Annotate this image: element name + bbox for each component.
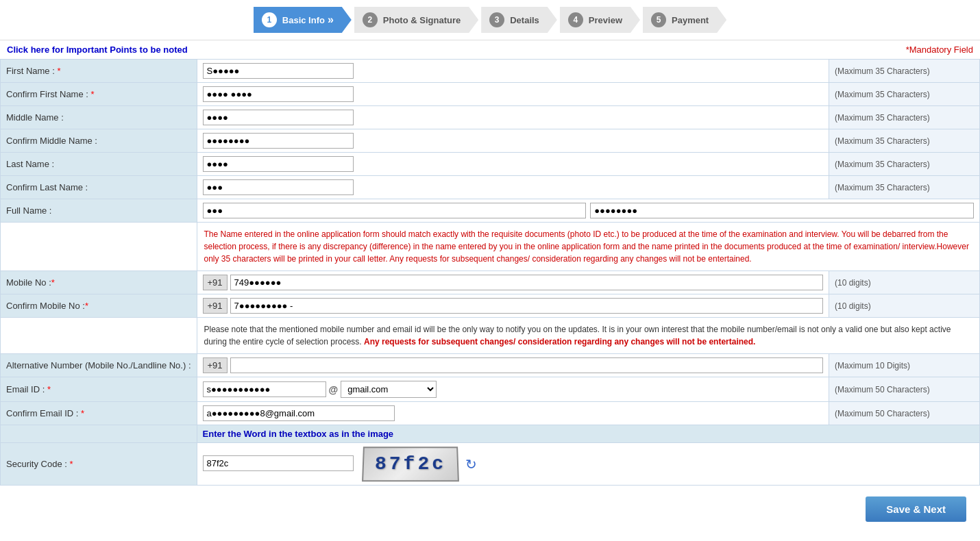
mobile-no-label: Mobile No :* [1,271,197,294]
last-name-row: Last Name : (Maximum 35 Characters) [1,153,980,176]
confirm-email-id-row: Confirm Email ID : * (Maximum 50 Charact… [1,402,980,425]
first-name-required: * [57,66,60,76]
footer-bar: Save & Next [0,486,980,533]
name-notice-label-cell [1,223,197,271]
alt-number-label: Alternative Number (Mobile No./Landline … [1,354,197,377]
last-name-input[interactable] [203,156,354,172]
alt-number-input[interactable] [230,357,823,373]
last-name-label: Last Name : [1,153,197,176]
email-id-input-cell: @ gmail.com yahoo.com hotmail.com outloo… [197,377,829,402]
confirm-mobile-no-row: Confirm Mobile No :* +91 (10 digits) [1,294,980,318]
step-arrow-1: » [328,14,334,26]
email-id-label: Email ID : * [1,377,197,402]
confirm-mobile-no-input[interactable] [230,298,823,314]
first-name-label: First Name : * [1,60,197,83]
step-label-1: Basic Info [282,15,325,25]
confirm-last-name-input[interactable] [203,179,354,195]
confirm-email-id-label: Confirm Email ID : * [1,402,197,425]
middle-name-row: Middle Name : (Maximum 35 Characters) [1,106,980,129]
step-label-2: Photo & Signature [383,15,461,25]
step-num-1: 1 [262,12,277,27]
confirm-email-id-input[interactable] [203,405,395,421]
important-points-link[interactable]: Click here for Important Points to be no… [7,45,188,55]
confirm-first-name-input[interactable] [203,86,354,102]
confirm-last-name-input-cell [197,176,829,199]
mandatory-label: *Mandatory Field [906,45,973,55]
full-name-part2-input[interactable] [590,203,974,218]
name-notice-row: The Name entered in the online applicati… [1,223,980,271]
confirm-last-name-hint: (Maximum 35 Characters) [829,176,980,199]
confirm-first-name-label: Confirm First Name : * [1,83,197,106]
step-label-5: Payment [672,15,709,25]
full-name-label: Full Name : [1,199,197,223]
mobile-no-required: * [51,277,55,288]
last-name-hint: (Maximum 35 Characters) [829,153,980,176]
step-preview[interactable]: 4 Preview [560,7,640,33]
name-notice-text: The Name entered in the online applicati… [197,223,979,271]
confirm-last-name-row: Confirm Last Name : (Maximum 35 Characte… [1,176,980,199]
captcha-refresh-icon[interactable]: ↻ [465,456,477,473]
middle-name-input[interactable] [203,110,354,125]
email-domain-select[interactable]: gmail.com yahoo.com hotmail.com outlook.… [341,381,437,398]
middle-name-hint: (Maximum 35 Characters) [829,106,980,129]
confirm-middle-name-row: Confirm Middle Name : (Maximum 35 Charac… [1,129,980,153]
mobile-no-input-cell: +91 [197,271,829,294]
step-photo[interactable]: 2 Photo & Signature [354,7,478,33]
full-name-part1-input[interactable] [203,203,587,218]
confirm-first-name-hint: (Maximum 35 Characters) [829,83,980,106]
confirm-mobile-required: * [85,301,88,311]
mobile-notice-label-cell [1,318,197,354]
stepper: 1 Basic Info » 2 Photo & Signature 3 Det… [0,0,980,40]
mobile-no-hint: (10 digits) [829,271,980,294]
confirm-mobile-no-hint: (10 digits) [829,294,980,318]
confirm-email-id-input-cell [197,402,829,425]
step-basic-info[interactable]: 1 Basic Info » [254,7,352,33]
email-id-row: Email ID : * @ gmail.com yahoo.com hotma… [1,377,980,402]
alt-number-hint: (Maximum 10 Digits) [829,354,980,377]
confirm-middle-name-input-cell [197,129,829,153]
mobile-prefix: +91 [203,275,228,290]
enter-word-row: Enter the Word in the textbox as in the … [1,425,980,443]
step-payment[interactable]: 5 Payment [643,7,726,33]
first-name-row: First Name : * (Maximum 35 Characters) [1,60,980,83]
confirm-first-name-input-cell [197,83,829,106]
enter-word-text: Enter the Word in the textbox as in the … [197,425,979,443]
step-num-2: 2 [363,12,378,27]
mobile-notice-text: Please note that the mentioned mobile nu… [197,318,979,354]
security-code-input[interactable] [203,455,354,471]
alt-number-input-cell: +91 [197,354,829,377]
alt-number-prefix: +91 [203,357,228,373]
confirm-mobile-no-input-cell: +91 [197,294,829,318]
confirm-last-name-label: Confirm Last Name : [1,176,197,199]
at-sign: @ [329,384,339,395]
middle-name-input-cell [197,106,829,129]
mobile-no-row: Mobile No :* +91 (10 digits) [1,271,980,294]
first-name-hint: (Maximum 35 Characters) [829,60,980,83]
confirm-middle-name-input[interactable] [203,133,354,149]
security-code-input-cell: 87f2c ↻ [197,443,979,486]
mobile-no-input[interactable] [230,275,823,290]
basic-info-form: First Name : * (Maximum 35 Characters) C… [0,59,980,486]
security-code-row: Security Code : * 87f2c ↻ [1,443,980,486]
step-num-5: 5 [651,12,666,27]
confirm-mobile-prefix: +91 [203,298,228,314]
step-num-3: 3 [489,12,504,27]
security-code-label: Security Code : * [1,443,197,486]
confirm-email-id-hint: (Maximum 50 Characters) [829,402,980,425]
confirm-email-required: * [81,408,84,418]
middle-name-label: Middle Name : [1,106,197,129]
enter-word-label-cell [1,425,197,443]
full-name-input-cell [197,199,979,223]
confirm-first-name-required: * [91,89,95,99]
security-code-required: * [70,459,73,469]
last-name-input-cell [197,153,829,176]
first-name-input[interactable] [203,63,354,79]
step-num-4: 4 [568,12,583,27]
confirm-middle-name-label: Confirm Middle Name : [1,129,197,153]
save-next-button[interactable]: Save & Next [866,496,966,522]
info-bar: Click here for Important Points to be no… [0,40,980,59]
step-label-4: Preview [589,15,622,25]
email-local-input[interactable] [203,381,326,397]
mobile-notice-row: Please note that the mentioned mobile nu… [1,318,980,354]
step-details[interactable]: 3 Details [481,7,557,33]
